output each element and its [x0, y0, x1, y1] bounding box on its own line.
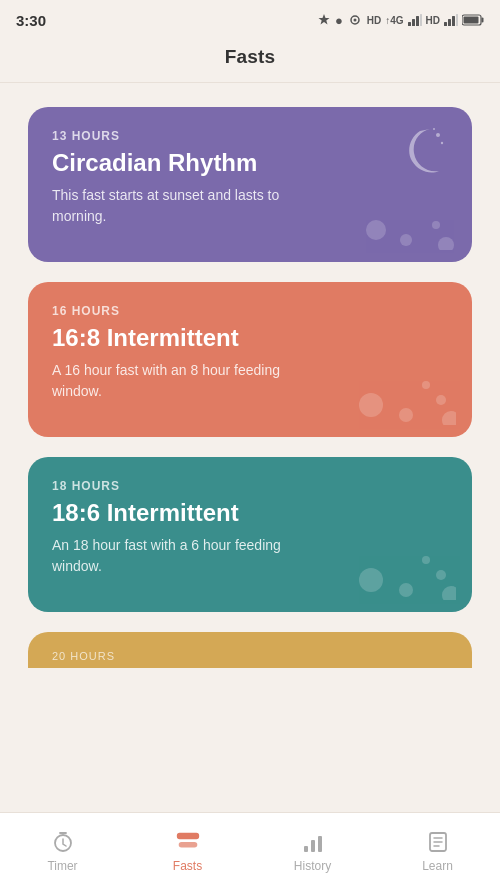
nav-item-learn[interactable]: Learn	[375, 813, 500, 888]
fast-card-18-6[interactable]: 18 HOURS 18:6 Intermittent An 18 hour fa…	[28, 457, 472, 612]
card-description: An 18 hour fast with a 6 hour feeding wi…	[52, 535, 292, 577]
svg-point-28	[442, 586, 456, 600]
nav-label-timer: Timer	[47, 859, 77, 873]
card-hours-label: 13 HOURS	[52, 129, 448, 143]
svg-point-26	[399, 583, 413, 597]
svg-point-25	[359, 568, 383, 592]
card-hours-label: 18 HOURS	[52, 479, 448, 493]
svg-point-23	[442, 411, 456, 425]
battery-icon	[462, 14, 484, 26]
svg-point-16	[366, 220, 386, 240]
peek-hours-label: 20 HOURS	[52, 650, 448, 662]
svg-point-19	[438, 237, 454, 250]
signal-icon	[347, 14, 363, 26]
svg-rect-6	[444, 22, 447, 26]
svg-point-21	[399, 408, 413, 422]
svg-rect-33	[304, 846, 308, 852]
fast-card-peek[interactable]: 20 HOURS	[28, 632, 472, 668]
svg-rect-3	[412, 19, 415, 26]
svg-point-1	[353, 19, 356, 22]
status-icons: ● HD ↑4G HD	[317, 13, 484, 28]
svg-rect-8	[452, 16, 455, 26]
svg-point-24	[422, 381, 430, 389]
status-time: 3:30	[16, 12, 46, 29]
svg-rect-35	[318, 836, 322, 852]
notification-icon	[317, 13, 331, 27]
nav-item-fasts[interactable]: Fasts	[125, 813, 250, 888]
svg-rect-12	[464, 17, 479, 24]
svg-point-13	[436, 133, 440, 137]
svg-rect-11	[482, 18, 484, 23]
svg-point-27	[436, 570, 446, 580]
card-title: 18:6 Intermittent	[52, 499, 448, 527]
history-icon	[300, 829, 326, 855]
nav-item-history[interactable]: History	[250, 813, 375, 888]
moon-decoration-icon	[392, 121, 452, 181]
svg-point-17	[400, 234, 412, 246]
svg-rect-9	[456, 14, 458, 26]
nav-label-history: History	[294, 859, 331, 873]
learn-icon	[425, 829, 451, 855]
card-description: A 16 hour fast with an 8 hour feeding wi…	[52, 360, 292, 402]
status-bar: 3:30 ● HD ↑4G HD	[0, 0, 500, 36]
nav-label-learn: Learn	[422, 859, 453, 873]
card-description: This fast starts at sunset and lasts to …	[52, 185, 292, 227]
bars-icon	[408, 14, 422, 26]
svg-rect-31	[176, 832, 198, 839]
fast-card-circadian[interactable]: 13 HOURS Circadian Rhythm This fast star…	[28, 107, 472, 262]
svg-rect-2	[408, 22, 411, 26]
svg-rect-5	[420, 14, 422, 26]
card-dots-18-6	[356, 530, 456, 600]
svg-point-22	[436, 395, 446, 405]
page-header: Fasts	[0, 36, 500, 83]
card-title: 16:8 Intermittent	[52, 324, 448, 352]
svg-point-20	[359, 393, 383, 417]
page-title: Fasts	[225, 46, 276, 67]
nav-label-fasts: Fasts	[173, 859, 202, 873]
card-dots-circadian	[356, 190, 456, 250]
svg-point-29	[422, 556, 430, 564]
bottom-navigation: Timer Fasts History	[0, 812, 500, 888]
fast-card-16-8[interactable]: 16 HOURS 16:8 Intermittent A 16 hour fas…	[28, 282, 472, 437]
svg-point-18	[432, 221, 440, 229]
svg-rect-4	[416, 16, 419, 26]
svg-rect-34	[311, 840, 315, 852]
svg-rect-32	[178, 842, 197, 848]
fasts-list: 13 HOURS Circadian Rhythm This fast star…	[0, 83, 500, 812]
card-hours-label: 16 HOURS	[52, 304, 448, 318]
card-dots-16-8	[356, 355, 456, 425]
fasts-icon	[175, 829, 201, 855]
svg-point-14	[441, 142, 443, 144]
svg-point-15	[433, 128, 435, 130]
card-title: Circadian Rhythm	[52, 149, 448, 177]
timer-icon	[50, 829, 76, 855]
signal-bars-2-icon	[444, 14, 458, 26]
nav-item-timer[interactable]: Timer	[0, 813, 125, 888]
svg-rect-7	[448, 19, 451, 26]
